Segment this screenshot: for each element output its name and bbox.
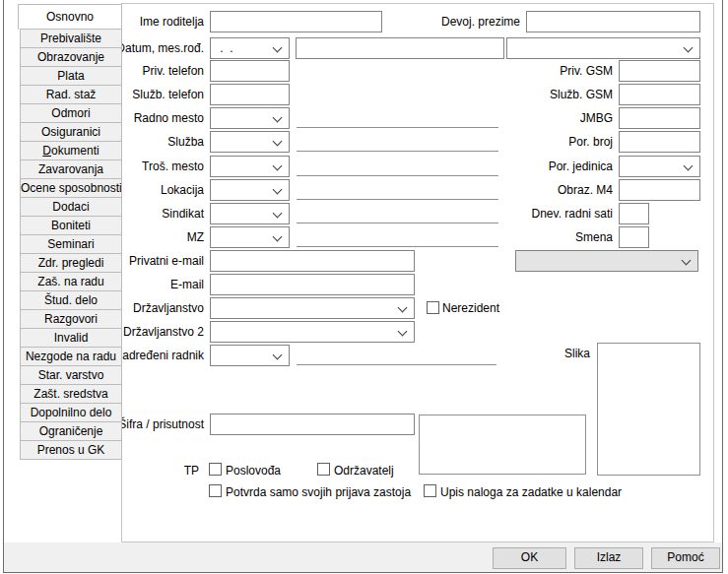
tab-boniteti[interactable]: Boniteti xyxy=(20,216,122,235)
sluzb-gsm-input[interactable] xyxy=(619,84,700,105)
privatni-email-input[interactable] xyxy=(210,250,415,272)
obraz-m4-input[interactable] xyxy=(619,179,700,201)
por-broj-input[interactable] xyxy=(619,131,700,153)
smena-input[interactable] xyxy=(619,226,649,248)
chevron-down-icon xyxy=(273,137,283,147)
tab-seminari[interactable]: Seminari xyxy=(20,234,122,254)
drzavljanstvo-label: Državljanstvo xyxy=(133,301,204,316)
poslovoda-label: Poslovođa xyxy=(226,464,281,478)
tros-mesto-label: Troš. mesto xyxy=(142,159,204,174)
ime-roditelja-label: Ime roditelja xyxy=(140,15,204,30)
tab-rad-staz[interactable]: Rad. staž xyxy=(20,85,122,104)
tros-mesto-combo[interactable] xyxy=(210,156,290,177)
tab-osiguranici[interactable]: Osiguranici xyxy=(20,122,122,142)
sluzb-telefon-input[interactable] xyxy=(210,84,290,105)
chevron-down-icon xyxy=(273,351,283,360)
email-input[interactable] xyxy=(210,274,415,295)
tab-zdr-pregledi[interactable]: Zdr. pregledi xyxy=(20,253,122,273)
por-broj-label: Por. broj xyxy=(568,135,613,150)
smena-label: Smena xyxy=(575,230,613,245)
obraz-m4-label: Obraz. M4 xyxy=(558,183,613,198)
mz-combo[interactable] xyxy=(210,226,290,248)
sluzba-combo[interactable] xyxy=(210,131,290,153)
tab-razgovori[interactable]: Razgovori xyxy=(20,309,122,329)
nadredeni-radnik-label: Nadređeni radnik xyxy=(121,349,204,363)
devoj-prezime-input[interactable] xyxy=(526,11,700,32)
ok-button[interactable]: OK xyxy=(493,547,566,569)
datum-mes-rod-value: . . xyxy=(217,41,233,55)
drzavljanstvo-combo[interactable] xyxy=(210,297,415,319)
upis-checkbox[interactable] xyxy=(424,484,436,497)
lokacija-display xyxy=(297,199,498,200)
mz-label: MZ xyxy=(187,230,204,245)
prisutnost-panel xyxy=(419,415,586,475)
tab-zavarovanja[interactable]: Zavarovanja xyxy=(20,159,122,179)
poslovoda-checkbox[interactable] xyxy=(209,463,222,476)
tab-dokumenti[interactable]: Dokumenti xyxy=(20,141,122,160)
tp-label: TP xyxy=(184,464,199,478)
odrzavatelj-checkbox[interactable] xyxy=(317,463,330,476)
chevron-down-icon xyxy=(684,43,694,53)
datum-mes-rod-right-combo[interactable] xyxy=(506,37,700,59)
nerezident-label: Nerezident xyxy=(442,301,499,316)
priv-telefon-input[interactable] xyxy=(210,60,290,82)
slika-label: Slika xyxy=(564,347,590,361)
chevron-down-icon xyxy=(684,161,694,171)
datum-mes-rod-combo[interactable]: . . xyxy=(210,37,290,59)
dnev-radni-sati-input[interactable] xyxy=(619,203,649,224)
mz-display xyxy=(297,246,498,247)
sluzba-label: Služba xyxy=(167,135,204,150)
radno-mesto-combo[interactable] xyxy=(210,107,290,129)
tab-osnovno[interactable]: Osnovno xyxy=(18,4,122,30)
tab-zas-na-radu[interactable]: Zaš. na radu xyxy=(20,272,122,291)
potvrda-label: Potvrda samo svojih prijava zastoja xyxy=(226,485,411,500)
tab-obrazovanje[interactable]: Obrazovanje xyxy=(20,47,122,67)
lokacija-label: Lokacija xyxy=(161,183,204,198)
pomoc-button[interactable]: Pomoć xyxy=(651,547,720,569)
chevron-down-icon xyxy=(273,161,283,171)
potvrda-checkbox[interactable] xyxy=(209,484,222,497)
lokacija-combo[interactable] xyxy=(210,179,290,201)
chevron-down-icon xyxy=(273,209,283,219)
tab-prenos-u-gk[interactable]: Prenos u GK xyxy=(20,440,122,460)
tab-dodaci[interactable]: Dodaci xyxy=(20,197,122,217)
sindikat-display xyxy=(297,223,498,223)
email-label: E-mail xyxy=(170,278,204,292)
drzavljanstvo2-combo[interactable] xyxy=(210,321,415,343)
datum-mes-rod-text[interactable] xyxy=(296,37,504,59)
tab-invalid[interactable]: Invalid xyxy=(20,328,122,348)
sifra-prisutnost-label: Šifra / prisutnost xyxy=(121,417,204,432)
priv-gsm-input[interactable] xyxy=(619,60,700,82)
chevron-down-icon xyxy=(273,113,283,123)
por-jedinica-combo[interactable] xyxy=(619,156,700,177)
sluzba-display xyxy=(297,151,498,152)
tab-stud-delo[interactable]: Štud. delo xyxy=(20,290,122,310)
tab-dopolnilno-delo[interactable]: Dopolnilno delo xyxy=(20,403,122,422)
tab-strip: Osnovno Prebivalište Obrazovanje Plata R… xyxy=(18,4,122,460)
tab-odmori[interactable]: Odmori xyxy=(20,103,122,123)
dnev-radni-sati-label: Dnev. radni sati xyxy=(532,207,613,222)
odrzavatelj-label: Održavatelj xyxy=(334,464,394,478)
izlaz-button[interactable]: Izlaz xyxy=(574,547,643,569)
privatni-email-label: Privatni e-mail xyxy=(129,254,204,269)
sluzb-telefon-label: Služb. telefon xyxy=(132,88,204,102)
tab-star-varstvo[interactable]: Star. varstvo xyxy=(20,365,122,385)
employee-dialog: Ime roditelja Devoj. prezime Datum, mes.… xyxy=(0,0,728,574)
sindikat-combo[interactable] xyxy=(210,203,290,224)
radno-mesto-display xyxy=(297,127,498,128)
sifra-prisutnost-input[interactable] xyxy=(210,414,415,435)
tab-plata[interactable]: Plata xyxy=(20,66,122,86)
tros-mesto-display xyxy=(297,175,498,176)
jmbg-input[interactable] xyxy=(619,107,700,129)
chevron-down-icon xyxy=(398,303,408,313)
nerezident-checkbox[interactable] xyxy=(427,301,439,314)
tab-nezgode-na-radu[interactable]: Nezgode na radu xyxy=(20,347,122,366)
nadredeni-radnik-combo[interactable] xyxy=(210,345,290,366)
tab-ogranicenje[interactable]: Ograničenje xyxy=(20,421,122,441)
ime-roditelja-input[interactable] xyxy=(210,11,382,32)
tab-ocene-sposobnosti[interactable]: Ocene sposobnosti xyxy=(20,178,122,198)
devoj-prezime-label: Devoj. prezime xyxy=(441,15,520,30)
chevron-down-icon xyxy=(273,232,283,242)
tab-prebivaliste[interactable]: Prebivalište xyxy=(20,29,122,48)
tab-zast-sredstva[interactable]: Zašt. sredstva xyxy=(20,384,122,404)
